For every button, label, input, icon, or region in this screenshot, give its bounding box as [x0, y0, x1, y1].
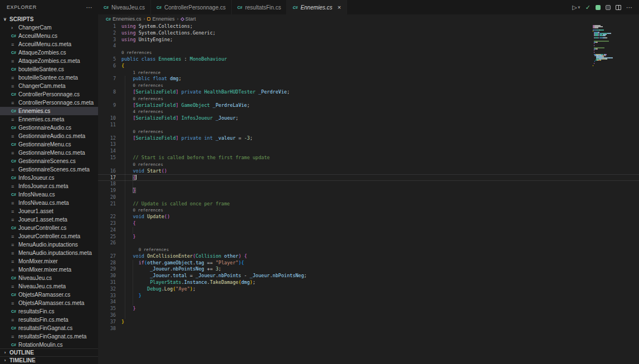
- breadcrumb-item-ennemies-cs[interactable]: C#Ennemies.cs: [106, 16, 141, 22]
- tab-controllerpersonnage-cs[interactable]: C#ControllerPersonnage.cs: [151, 0, 232, 14]
- code-line[interactable]: 8 [SerializeField] private HealthBarHUDT…: [98, 89, 639, 96]
- file-item-resultatsfingagnat-cs-meta[interactable]: ≡resultatsFinGagnat.cs.meta: [0, 332, 98, 341]
- code-line[interactable]: 15 // Start is called before the first f…: [98, 155, 639, 161]
- codelens-row[interactable]: 0 references: [98, 161, 639, 168]
- codelens-references[interactable]: 0 references: [121, 83, 163, 88]
- section-header-outline[interactable]: ›OUTLINE: [0, 348, 98, 356]
- code-line[interactable]: 13: [98, 141, 639, 148]
- code-line[interactable]: 7 public float dmg;: [98, 76, 639, 82]
- codelens-row[interactable]: 4 references: [98, 109, 639, 115]
- codelens-references[interactable]: 4 references: [121, 109, 163, 114]
- file-item-changercam[interactable]: ›ChangerCam: [0, 23, 98, 32]
- code-line[interactable]: 4: [98, 43, 639, 50]
- code-line[interactable]: 11: [98, 122, 639, 129]
- more-actions-button[interactable]: ⋯: [626, 4, 632, 11]
- file-item-gestionnairescenes-cs-meta[interactable]: ≡GestionnaireScenes.cs.meta: [0, 165, 98, 174]
- codelens-row[interactable]: 0 references: [98, 50, 639, 56]
- file-item-changercam-meta[interactable]: ≡ChangerCam.meta: [0, 82, 98, 90]
- code-line[interactable]: 3using UnityEngine;: [98, 37, 639, 43]
- codelens-row[interactable]: 0 references: [98, 82, 639, 89]
- file-item-bouteillesantee-cs-meta[interactable]: ≡bouteilleSantee.cs.meta: [0, 73, 98, 82]
- codelens-row[interactable]: 1 reference: [98, 70, 639, 76]
- gray-square-icon[interactable]: [606, 5, 611, 10]
- tab-ennemies-cs[interactable]: C#Ennemies.cs×: [287, 0, 347, 14]
- code-line[interactable]: 9 [SerializeField] GameObject _PerdreLaV…: [98, 102, 639, 109]
- code-editor[interactable]: 1using System.Collections;2using System.…: [98, 23, 639, 364]
- file-item-menuaudio-inputactions-meta[interactable]: ≡MenuAudio.inputactions.meta: [0, 249, 98, 257]
- codelens-references[interactable]: 0 references: [121, 50, 152, 55]
- code-line[interactable]: 21 // Update is called once per frame: [98, 201, 639, 208]
- code-line[interactable]: 18: [98, 181, 639, 188]
- file-item-niveaujeu-cs[interactable]: C#NiveauJeu.cs: [0, 274, 98, 282]
- file-item-niveaujeu-cs-meta[interactable]: ≡NiveauJeu.cs.meta: [0, 282, 98, 291]
- file-item-infosjoueur-cs[interactable]: C#InfosJoueur.cs: [0, 174, 98, 182]
- code-line[interactable]: 10 [SerializeField] InfosJoueur _Joueur;: [98, 115, 639, 122]
- tab-niveaujeu-cs[interactable]: C#NiveauJeu.cs: [98, 0, 151, 14]
- section-header-timeline[interactable]: ›TIMELINE: [0, 356, 98, 364]
- code-line[interactable]: 38: [98, 326, 639, 332]
- code-line[interactable]: 28 if(other.gameObject.tag == "Player"){: [98, 260, 639, 267]
- code-line[interactable]: 35 }: [98, 306, 639, 312]
- code-line[interactable]: 20: [98, 194, 639, 201]
- code-line[interactable]: 6{: [98, 63, 639, 70]
- file-item-acceuilmenu-cs[interactable]: C#AcceuilMenu.cs: [0, 32, 98, 40]
- file-item-resultatsfin-cs[interactable]: C#resultatsFin.cs: [0, 307, 98, 316]
- code-line[interactable]: 2using System.Collections.Generic;: [98, 30, 639, 37]
- file-item-controllerpersonnage-cs-meta[interactable]: ≡ControllerPersonnage.cs.meta: [0, 99, 98, 107]
- code-line[interactable]: 17 {: [98, 174, 639, 181]
- file-item-gestionnaireaudio-cs-meta[interactable]: ≡GestionnaireAudio.cs.meta: [0, 132, 98, 140]
- code-line[interactable]: 1using System.Collections;: [98, 23, 639, 30]
- codelens-references[interactable]: 0 references: [121, 129, 163, 134]
- breadcrumb-item-start[interactable]: Start: [181, 16, 196, 22]
- file-item-gestionnairemenu-cs[interactable]: C#GestionnaireMenu.cs: [0, 140, 98, 149]
- file-item-controllerpersonnage-cs[interactable]: C#ControllerPersonnage.cs: [0, 90, 98, 99]
- codelens-row[interactable]: 0 references: [98, 207, 639, 214]
- file-item-joueur1-asset[interactable]: ≡Joueur1.asset: [0, 207, 98, 215]
- code-line[interactable]: 16 void Start(): [98, 168, 639, 175]
- code-line[interactable]: 30 _Joueur.total = _Joueur.nbPoints - _J…: [98, 273, 639, 279]
- split-editor-button[interactable]: [616, 5, 621, 10]
- file-item-joueurcontroller-cs[interactable]: C#JoueurController.cs: [0, 224, 98, 232]
- breadcrumb-item-ennemies[interactable]: Ennemies: [147, 16, 174, 22]
- file-item-monmixer-mixer-meta[interactable]: ≡MonMixer.mixer.meta: [0, 265, 98, 274]
- file-item-rotationmoulin-cs[interactable]: C#RotationMoulin.cs: [0, 341, 98, 348]
- code-line[interactable]: 26: [98, 240, 639, 247]
- tab-resultatsfin-cs[interactable]: C#resultatsFin.cs: [232, 0, 287, 14]
- codelens-references[interactable]: 0 references: [121, 208, 163, 213]
- code-line[interactable]: 12 [SerializeField] private int _valeur …: [98, 135, 639, 142]
- file-item-acceuilmenu-cs-meta[interactable]: ≡AcceuilMenu.cs.meta: [0, 40, 98, 48]
- file-item-gestionnairemenu-cs-meta[interactable]: ≡GestionnaireMenu.cs.meta: [0, 149, 98, 157]
- file-item-gestionnaireaudio-cs[interactable]: C#GestionnaireAudio.cs: [0, 124, 98, 132]
- codelens-references[interactable]: 0 references: [121, 247, 169, 252]
- close-icon[interactable]: ×: [338, 4, 341, 11]
- file-item-joueurcontroller-cs-meta[interactable]: ≡JoueurController.cs.meta: [0, 232, 98, 240]
- code-line[interactable]: 36: [98, 312, 639, 319]
- codelens-row[interactable]: 0 references: [98, 129, 639, 135]
- file-item-menuaudio-inputactions[interactable]: ≡MenuAudio.inputactions: [0, 240, 98, 249]
- code-line[interactable]: 32 Debug.Log("Aye");: [98, 286, 639, 293]
- code-line[interactable]: 33 }: [98, 293, 639, 299]
- code-line[interactable]: 24: [98, 227, 639, 234]
- file-item-attaquezombies-cs[interactable]: C#AttaqueZombies.cs: [0, 48, 98, 57]
- codelens-references[interactable]: 1 reference: [121, 70, 160, 75]
- run-button[interactable]: ▷∨: [572, 4, 581, 11]
- file-item-resultatsfingagnat-cs[interactable]: C#resultatsFinGagnat.cs: [0, 324, 98, 332]
- code-line[interactable]: 19 }: [98, 188, 639, 194]
- code-line[interactable]: 37}: [98, 319, 639, 326]
- code-line[interactable]: 23 {: [98, 220, 639, 227]
- green-square-icon[interactable]: [596, 5, 601, 10]
- codelens-row[interactable]: 0 references: [98, 247, 639, 253]
- file-item-monmixer-mixer[interactable]: ≡MonMixer.mixer: [0, 257, 98, 265]
- code-line[interactable]: 5public class Ennemies : MonoBehaviour: [98, 56, 639, 63]
- file-item-objetsaramasser-cs-meta[interactable]: ≡ObjetsARamasser.cs.meta: [0, 299, 98, 307]
- file-item-objetsaramasser-cs[interactable]: C#ObjetsARamasser.cs: [0, 291, 98, 299]
- code-line[interactable]: 31 PlayerStats.Instance.TakeDamage(dmg);: [98, 279, 639, 286]
- file-item-attaquezombies-cs-meta[interactable]: ≡AttaqueZombies.cs.meta: [0, 57, 98, 65]
- file-item-infosjoueur-cs-meta[interactable]: ≡InfosJoueur.cs.meta: [0, 182, 98, 190]
- codelens-row[interactable]: 0 references: [98, 96, 639, 102]
- file-item-resultatsfin-cs-meta[interactable]: ≡resultatsFin.cs.meta: [0, 316, 98, 324]
- section-header-scripts[interactable]: ∨ SCRIPTS: [0, 14, 98, 23]
- file-item-gestionnairescenes-cs[interactable]: C#GestionnaireScenes.cs: [0, 157, 98, 165]
- codelens-references[interactable]: 0 references: [121, 96, 163, 101]
- code-line[interactable]: 14: [98, 148, 639, 155]
